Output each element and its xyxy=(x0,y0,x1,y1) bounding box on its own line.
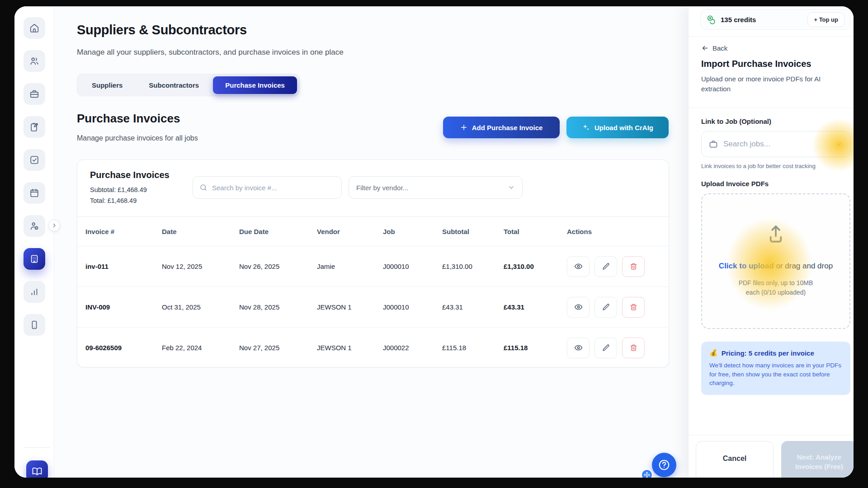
job-search-input[interactable] xyxy=(723,140,830,149)
job-search-select[interactable] xyxy=(701,131,850,157)
section-title: Purchase Invoices xyxy=(77,112,180,126)
col-subtotal: Subtotal xyxy=(442,228,504,235)
invoice-search-input[interactable] xyxy=(212,184,335,192)
users-icon xyxy=(29,56,39,66)
upload-with-craig-button[interactable]: Upload with CrAIg xyxy=(566,117,669,138)
top-up-button[interactable]: + Top up xyxy=(807,12,844,27)
panel-title: Import Purchase Invoices xyxy=(701,59,811,69)
sidebar-item-user-settings[interactable] xyxy=(24,215,45,237)
eye-icon xyxy=(574,303,583,311)
sidebar-expand-button[interactable] xyxy=(48,220,60,231)
move-handle-button[interactable] xyxy=(641,469,653,478)
col-job: Job xyxy=(383,228,442,235)
briefcase-icon xyxy=(709,140,718,149)
pricing-title: 💰 Pricing: 5 credits per invoice xyxy=(709,349,842,357)
money-bag-icon: 💰 xyxy=(709,349,718,357)
bar-chart-icon xyxy=(29,287,39,297)
cell-vendor: JEWSON 1 xyxy=(317,303,383,311)
row-actions xyxy=(567,256,669,277)
click-to-upload-link[interactable]: Click to upload xyxy=(719,262,774,270)
cancel-button[interactable]: Cancel xyxy=(696,441,774,478)
sidebar-item-estimates[interactable] xyxy=(24,116,45,138)
table-header-row: Invoice # Date Due Date Vendor Job Subto… xyxy=(77,217,669,246)
cell-date: Oct 31, 2025 xyxy=(162,303,239,311)
col-vendor: Vendor xyxy=(317,228,383,235)
table-row: 09-6026509 Feb 22, 2024 Nov 27, 2025 JEW… xyxy=(77,327,669,368)
chevron-down-icon xyxy=(508,184,515,191)
sidebar-item-reports[interactable] xyxy=(24,281,45,303)
book-open-icon xyxy=(32,466,42,477)
card-subtotal: Subtotal: £1,468.49 xyxy=(90,186,147,193)
docs-button[interactable] xyxy=(26,460,48,478)
sidebar-item-suppliers[interactable] xyxy=(24,248,45,270)
search-icon xyxy=(199,183,208,192)
back-button[interactable]: Back xyxy=(701,44,727,52)
tab-bar: Suppliers Subcontractors Purchase Invoic… xyxy=(77,74,300,96)
chevron-right-icon xyxy=(52,223,57,228)
col-total: Total xyxy=(504,228,567,235)
cell-invoice: 09-6026509 xyxy=(85,344,162,352)
calendar-icon xyxy=(29,188,39,198)
sidebar-item-team[interactable] xyxy=(24,50,45,72)
sidebar xyxy=(14,6,54,478)
delete-button[interactable] xyxy=(622,338,645,358)
cell-vendor: JEWSON 1 xyxy=(317,344,383,352)
section-subtitle: Manage purchase invoices for all jobs xyxy=(77,134,198,142)
view-button[interactable] xyxy=(567,297,590,318)
tab-subcontractors[interactable]: Subcontractors xyxy=(137,76,211,94)
col-due-date: Due Date xyxy=(239,228,317,235)
page-subtitle: Manage all your suppliers, subcontractor… xyxy=(77,48,344,57)
add-purchase-invoice-button[interactable]: Add Purchase Invoice xyxy=(443,117,560,138)
vendor-filter-select[interactable]: Filter by vendor... xyxy=(349,176,523,199)
sidebar-item-jobs[interactable] xyxy=(24,83,45,105)
view-button[interactable] xyxy=(567,338,590,358)
edit-button[interactable] xyxy=(594,297,617,318)
upload-cta: Click to upload or drag and drop xyxy=(715,260,837,272)
plus-icon xyxy=(460,124,467,131)
next-analyze-button[interactable]: Next: Analyze Invoices (Free) xyxy=(781,441,854,478)
delete-button[interactable] xyxy=(622,297,645,318)
view-button[interactable] xyxy=(567,256,590,277)
pricing-body: We'll detect how many invoices are in yo… xyxy=(709,361,842,388)
cell-job: J000022 xyxy=(383,344,442,352)
invoice-search-field[interactable] xyxy=(193,176,342,199)
sidebar-item-calendar[interactable] xyxy=(24,182,45,204)
table-row: inv-011 Nov 12, 2025 Nov 26, 2025 Jamie … xyxy=(77,246,669,286)
purchase-invoices-card: Purchase Invoices Subtotal: £1,468.49 To… xyxy=(77,160,669,367)
sidebar-divider xyxy=(24,447,50,448)
tab-purchase-invoices[interactable]: Purchase Invoices xyxy=(213,76,297,94)
cell-total: £115.18 xyxy=(504,344,567,352)
pencil-icon xyxy=(602,344,610,352)
row-actions xyxy=(567,297,669,318)
eye-icon xyxy=(574,343,583,352)
delete-button[interactable] xyxy=(622,256,645,277)
edit-button[interactable] xyxy=(594,256,617,277)
panel-divider xyxy=(689,36,854,37)
link-helper-text: Link invoices to a job for better cost t… xyxy=(701,163,816,169)
cell-total: £1,310.00 xyxy=(504,263,567,270)
cell-total: £43.31 xyxy=(504,303,567,311)
cell-date: Nov 12, 2025 xyxy=(162,263,239,270)
check-square-icon xyxy=(29,155,39,165)
page-title: Suppliers & Subcontractors xyxy=(77,23,247,38)
trash-icon xyxy=(630,303,637,311)
credits-count: 135 credits xyxy=(721,16,756,23)
home-icon xyxy=(29,23,39,33)
cell-vendor: Jamie xyxy=(317,263,383,270)
cell-due-date: Nov 26, 2025 xyxy=(239,263,317,270)
tab-suppliers[interactable]: Suppliers xyxy=(80,76,135,94)
sidebar-item-tasks[interactable] xyxy=(24,149,45,171)
upload-note: PDF files only, up to 10MB each (0/10 up… xyxy=(722,278,830,297)
link-to-job-label: Link to Job (Optional) xyxy=(701,117,771,125)
help-button[interactable] xyxy=(652,453,676,477)
sidebar-item-mobile[interactable] xyxy=(24,314,45,336)
arrow-left-icon xyxy=(701,44,709,52)
cell-subtotal: £1,310.00 xyxy=(442,263,504,270)
clipboard-icon xyxy=(29,122,39,132)
vendor-filter-value: Filter by vendor... xyxy=(356,184,408,192)
edit-button[interactable] xyxy=(594,338,617,358)
user-gear-icon xyxy=(29,221,39,231)
sidebar-item-home[interactable] xyxy=(24,17,45,39)
upload-dropzone[interactable]: Click to upload or drag and drop PDF fil… xyxy=(701,193,850,329)
pencil-icon xyxy=(602,263,610,270)
